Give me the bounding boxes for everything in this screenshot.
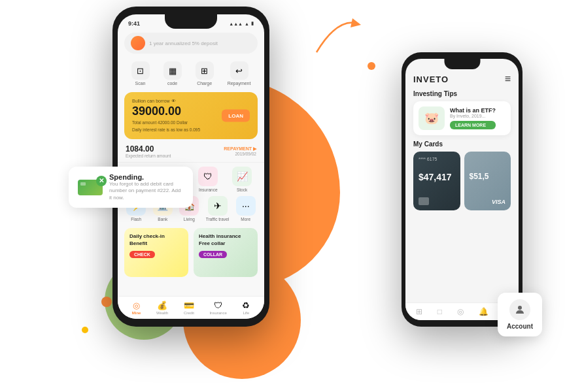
more-icon: ··· bbox=[236, 196, 256, 216]
svg-marker-0 bbox=[351, 18, 361, 27]
stock-icon: 📈 bbox=[232, 167, 252, 186]
tip-subtitle: By Inveto, 2019... bbox=[450, 114, 496, 118]
promo-health-title: Health insuranceFree collar bbox=[199, 233, 252, 247]
qa-scan-label: Scan bbox=[135, 81, 146, 86]
nav-insurance[interactable]: 🛡 Insurance bbox=[209, 301, 226, 315]
insurance-icon: 🛡 bbox=[198, 167, 218, 186]
loan-button[interactable]: LOAN bbox=[222, 110, 250, 122]
promo-health-insurance[interactable]: Health insuranceFree collar COLLAR bbox=[194, 228, 258, 277]
tip-card[interactable]: 🐷 What is an ETF? By Inveto, 2019... LEA… bbox=[413, 101, 511, 135]
travel-icon: ✈ bbox=[208, 196, 228, 216]
nav-mine[interactable]: ◎ Mine bbox=[132, 301, 141, 315]
card-number-2 bbox=[470, 157, 506, 161]
qa-code-label: code bbox=[167, 81, 177, 86]
repayment-row: 1084.00 Expected return amount REPAYMENT… bbox=[118, 140, 264, 163]
card-balance-1: $47,417 bbox=[419, 172, 455, 182]
qa-code[interactable]: ▦ code bbox=[163, 61, 182, 86]
spending-card-close-icon[interactable]: ✕ bbox=[96, 176, 107, 186]
cat-more[interactable]: ··· More bbox=[236, 196, 256, 221]
phone1-search-bar[interactable]: 1 year annualized 5% deposit bbox=[124, 33, 258, 54]
repayment-amount: 1084.00 bbox=[126, 144, 171, 154]
deco-dot-4 bbox=[101, 297, 112, 307]
quick-actions-row: ⊡ Scan ▦ code ⊞ Charge ↩ Repayment bbox=[118, 56, 264, 91]
qa-repayment[interactable]: ↩ Repayment bbox=[228, 61, 251, 86]
phone2-screen: INVETO ≡ Investing Tips 🐷 What is an ETF… bbox=[405, 59, 519, 320]
nav-wealth[interactable]: 💰 Wealth bbox=[156, 301, 169, 315]
scan-icon: ⊡ bbox=[131, 61, 150, 80]
promo-daily-title: Daily check-inBenefit bbox=[129, 233, 183, 247]
repayment-action[interactable]: REPAYMENT ▶ bbox=[224, 146, 256, 152]
inveto-logo: INVETO bbox=[413, 74, 449, 84]
loan-card[interactable]: Bullion can borrow 👁 39000.00 Total amou… bbox=[124, 92, 258, 139]
spending-notification-card[interactable]: ✕ Spending. You forgot to add debit card… bbox=[69, 167, 193, 208]
tip-title: What is an ETF? bbox=[450, 107, 496, 114]
user-avatar bbox=[131, 36, 145, 50]
p2-nav-discover[interactable]: ◎ bbox=[457, 307, 464, 316]
p2-nav-card[interactable]: □ bbox=[437, 307, 442, 316]
wifi-icon: ▲ bbox=[245, 22, 249, 26]
phone1-bottom-nav: ◎ Mine 💰 Wealth 💳 Credit 🛡 Insurance ♻ bbox=[118, 296, 264, 319]
account-tooltip[interactable]: Account bbox=[498, 293, 542, 336]
svg-point-1 bbox=[518, 306, 522, 310]
phone2-shell: INVETO ≡ Investing Tips 🐷 What is an ETF… bbox=[402, 52, 522, 327]
nav-insurance-icon: 🛡 bbox=[214, 301, 222, 310]
deco-dot-5 bbox=[82, 327, 88, 333]
qa-scan[interactable]: ⊡ Scan bbox=[131, 61, 150, 86]
promo-collar-badge[interactable]: COLLAR bbox=[199, 251, 227, 258]
etf-icon: 🐷 bbox=[419, 106, 445, 130]
investing-tips-title: Investing Tips bbox=[413, 90, 511, 97]
promo-check-badge[interactable]: CHECK bbox=[129, 251, 155, 258]
repayment-date: 2019/09/02 bbox=[224, 152, 256, 156]
cards-row: **** 6175 $47,417 $51,5 VISA bbox=[413, 152, 511, 210]
cat-stock[interactable]: 📈 Stock bbox=[232, 167, 252, 192]
promo-cards-row: Daily check-inBenefit CHECK Health insur… bbox=[118, 225, 264, 280]
deco-dot-1 bbox=[368, 62, 375, 70]
phone2-notch bbox=[444, 59, 480, 69]
wealth-icon: 💰 bbox=[157, 301, 167, 310]
battery-icon: ▮ bbox=[251, 21, 254, 26]
card-balance-2: $51,5 bbox=[470, 172, 506, 181]
account-label: Account bbox=[507, 323, 533, 330]
cat-insurance[interactable]: 🛡 Insurance bbox=[198, 167, 218, 192]
card-gray[interactable]: $51,5 VISA bbox=[464, 152, 511, 210]
life-icon: ♻ bbox=[242, 301, 250, 310]
inveto-menu-icon[interactable]: ≡ bbox=[505, 73, 511, 85]
nav-credit[interactable]: 💳 Credit bbox=[184, 301, 194, 315]
phone1-notch bbox=[165, 14, 217, 29]
qa-repayment-label: Repayment bbox=[228, 81, 251, 86]
loan-card-label: Bullion can borrow 👁 bbox=[132, 99, 250, 103]
credit-icon: 💳 bbox=[184, 301, 194, 310]
nav-life[interactable]: ♻ Life bbox=[242, 301, 250, 315]
loan-interest: Daily interest rate is as low as 0.095 bbox=[132, 127, 250, 133]
signal-icon: ▲▲▲ bbox=[229, 22, 243, 26]
investing-tips-section: Investing Tips 🐷 What is an ETF? By Inve… bbox=[405, 90, 519, 140]
spending-title: Spending. bbox=[109, 173, 184, 181]
my-cards-section: My Cards **** 6175 $47,417 $51,5 VISA bbox=[405, 140, 519, 210]
search-placeholder: 1 year annualized 5% deposit bbox=[149, 41, 218, 46]
visa-label: VISA bbox=[492, 199, 505, 205]
decorative-arrow bbox=[310, 13, 362, 59]
qa-charge[interactable]: ⊞ Charge bbox=[196, 61, 214, 86]
learn-more-button[interactable]: LEARN MORE bbox=[450, 121, 496, 129]
spending-description: You forgot to add debit card number on p… bbox=[109, 181, 184, 201]
charge-icon: ⊞ bbox=[196, 61, 214, 80]
account-icon bbox=[509, 299, 530, 320]
status-icons: ▲▲▲ ▲ ▮ bbox=[229, 21, 254, 26]
my-cards-title: My Cards bbox=[413, 140, 511, 148]
code-icon: ▦ bbox=[163, 61, 182, 80]
promo-daily-checkin[interactable]: Daily check-inBenefit CHECK bbox=[124, 228, 188, 277]
p2-nav-bell[interactable]: 🔔 bbox=[479, 307, 488, 316]
qa-charge-label: Charge bbox=[197, 81, 212, 86]
card-chip-icon bbox=[419, 197, 429, 205]
phone2: INVETO ≡ Investing Tips 🐷 What is an ETF… bbox=[402, 52, 522, 327]
mine-icon: ◎ bbox=[133, 301, 140, 310]
status-time: 9:41 bbox=[128, 20, 140, 27]
repayment-icon: ↩ bbox=[230, 61, 248, 80]
p2-nav-grid[interactable]: ⊞ bbox=[416, 307, 422, 316]
card-dark[interactable]: **** 6175 $47,417 bbox=[413, 152, 460, 210]
cat-travel[interactable]: ✈ Traffic travel bbox=[206, 196, 229, 221]
card-number-1: **** 6175 bbox=[419, 157, 455, 161]
repayment-label: Expected return amount bbox=[126, 154, 171, 158]
